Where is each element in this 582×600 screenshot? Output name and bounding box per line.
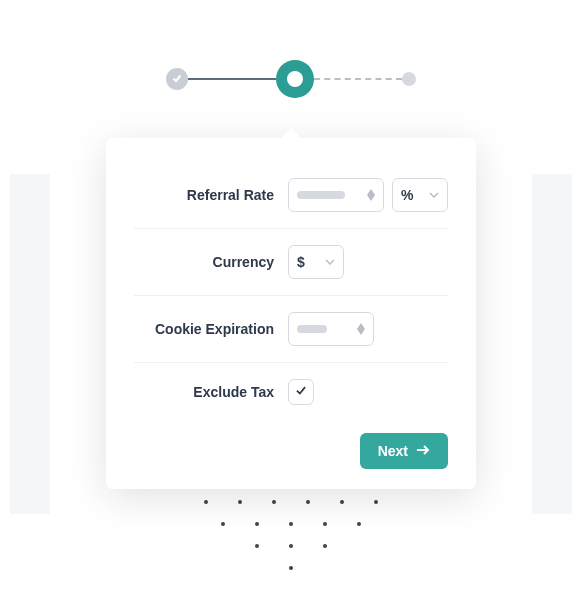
referral-rate-unit-select[interactable]: % bbox=[392, 178, 448, 212]
cookie-expiration-row: Cookie Expiration bbox=[134, 296, 448, 363]
arrow-right-icon bbox=[416, 443, 430, 459]
currency-label: Currency bbox=[134, 253, 274, 271]
decorative-dot-grid bbox=[204, 482, 378, 570]
referral-rate-row: Referral Rate % bbox=[134, 178, 448, 229]
card-footer: Next bbox=[134, 421, 448, 469]
cookie-expiration-label: Cookie Expiration bbox=[134, 320, 274, 338]
settings-card: Referral Rate % Currency $ bbox=[106, 138, 476, 489]
referral-rate-label: Referral Rate bbox=[134, 186, 274, 204]
step-connector-dashed bbox=[314, 78, 402, 80]
currency-select[interactable]: $ bbox=[288, 245, 344, 279]
chevron-down-icon bbox=[325, 259, 335, 265]
step-2-current bbox=[276, 60, 314, 98]
currency-value: $ bbox=[297, 254, 305, 270]
unit-value: % bbox=[401, 187, 413, 203]
referral-rate-input[interactable] bbox=[288, 178, 384, 212]
check-icon bbox=[171, 70, 183, 88]
number-stepper-icon[interactable] bbox=[367, 189, 375, 201]
progress-stepper bbox=[0, 0, 582, 138]
input-placeholder bbox=[297, 191, 345, 199]
background-panel-right bbox=[532, 174, 572, 514]
cookie-expiration-input[interactable] bbox=[288, 312, 374, 346]
currency-row: Currency $ bbox=[134, 229, 448, 296]
check-icon bbox=[294, 383, 308, 401]
input-placeholder bbox=[297, 325, 327, 333]
next-button[interactable]: Next bbox=[360, 433, 448, 469]
exclude-tax-row: Exclude Tax bbox=[134, 363, 448, 421]
background-panel-left bbox=[10, 174, 50, 514]
step-connector-solid bbox=[188, 78, 276, 80]
chevron-down-icon bbox=[429, 192, 439, 198]
exclude-tax-checkbox[interactable] bbox=[288, 379, 314, 405]
exclude-tax-label: Exclude Tax bbox=[134, 383, 274, 401]
number-stepper-icon[interactable] bbox=[357, 323, 365, 335]
step-1-completed bbox=[166, 68, 188, 90]
next-button-label: Next bbox=[378, 443, 408, 459]
step-3-future bbox=[402, 72, 416, 86]
